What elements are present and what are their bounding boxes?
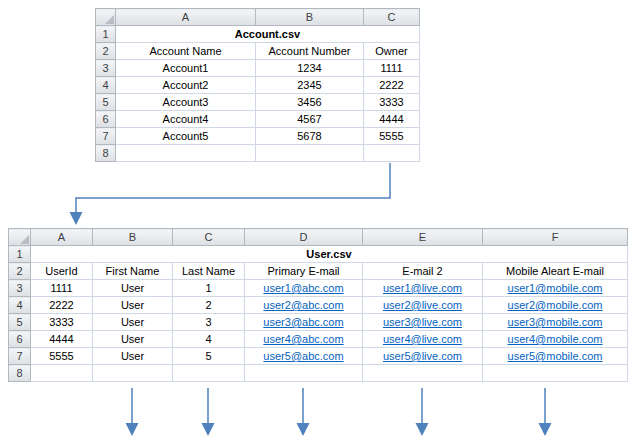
header-cell-B2[interactable]: Account Number	[256, 43, 364, 60]
cell-E4[interactable]: user2@live.com	[363, 297, 483, 314]
row-header-5[interactable]: 5	[9, 314, 31, 331]
sheet-title-cell[interactable]: User.csv	[31, 246, 628, 263]
cell-E3[interactable]: user1@live.com	[363, 280, 483, 297]
cell-F5[interactable]: user3@mobile.com	[483, 314, 628, 331]
cell-C3[interactable]: 1111	[364, 60, 420, 77]
email-link[interactable]: user4@mobile.com	[508, 333, 603, 345]
email-link[interactable]: user5@mobile.com	[508, 350, 603, 362]
cell-A5[interactable]: 3333	[31, 314, 93, 331]
cell-D5[interactable]: user3@abc.com	[245, 314, 363, 331]
column-header-A[interactable]: A	[116, 9, 256, 26]
row-header-6[interactable]: 6	[96, 111, 116, 128]
row-header-4[interactable]: 4	[9, 297, 31, 314]
email-link[interactable]: user1@mobile.com	[508, 282, 603, 294]
column-header-B[interactable]: B	[93, 229, 173, 246]
email-link[interactable]: user5@abc.com	[263, 350, 343, 362]
header-cell-D2[interactable]: Primary E-mail	[245, 263, 363, 280]
column-header-C[interactable]: C	[364, 9, 420, 26]
row-header-1[interactable]: 1	[96, 26, 116, 43]
cell-A8-empty[interactable]	[31, 365, 93, 382]
cell-C7[interactable]: 5555	[364, 128, 420, 145]
email-link[interactable]: user2@mobile.com	[508, 299, 603, 311]
email-link[interactable]: user4@abc.com	[263, 333, 343, 345]
cell-F6[interactable]: user4@mobile.com	[483, 331, 628, 348]
cell-C5[interactable]: 3	[173, 314, 245, 331]
header-cell-B2[interactable]: First Name	[93, 263, 173, 280]
email-link[interactable]: user3@mobile.com	[508, 316, 603, 328]
cell-A4[interactable]: 2222	[31, 297, 93, 314]
select-all-corner[interactable]	[9, 229, 31, 246]
column-header-B[interactable]: B	[256, 9, 364, 26]
cell-F8-empty[interactable]	[483, 365, 628, 382]
row-header-2[interactable]: 2	[9, 263, 31, 280]
cell-F7[interactable]: user5@mobile.com	[483, 348, 628, 365]
cell-D3[interactable]: user1@abc.com	[245, 280, 363, 297]
header-cell-F2[interactable]: Mobile Aleart E-mail	[483, 263, 628, 280]
email-link[interactable]: user3@abc.com	[263, 316, 343, 328]
cell-E5[interactable]: user3@live.com	[363, 314, 483, 331]
cell-A3[interactable]: 1111	[31, 280, 93, 297]
cell-B6[interactable]: 4567	[256, 111, 364, 128]
cell-B4[interactable]: User	[93, 297, 173, 314]
column-header-A[interactable]: A	[31, 229, 93, 246]
cell-C4[interactable]: 2	[173, 297, 245, 314]
cell-C3[interactable]: 1	[173, 280, 245, 297]
cell-A7[interactable]: Account5	[116, 128, 256, 145]
cell-F3[interactable]: user1@mobile.com	[483, 280, 628, 297]
cell-B5[interactable]: User	[93, 314, 173, 331]
email-link[interactable]: user4@live.com	[383, 333, 462, 345]
row-header-4[interactable]: 4	[96, 77, 116, 94]
cell-C6[interactable]: 4	[173, 331, 245, 348]
column-header-E[interactable]: E	[363, 229, 483, 246]
cell-A5[interactable]: Account3	[116, 94, 256, 111]
select-all-corner[interactable]	[96, 9, 116, 26]
cell-B7[interactable]: 5678	[256, 128, 364, 145]
row-header-1[interactable]: 1	[9, 246, 31, 263]
email-link[interactable]: user3@live.com	[383, 316, 462, 328]
email-link[interactable]: user5@live.com	[383, 350, 462, 362]
cell-C6[interactable]: 4444	[364, 111, 420, 128]
sheet-title-cell[interactable]: Account.csv	[116, 26, 420, 43]
row-header-3[interactable]: 3	[9, 280, 31, 297]
cell-D7[interactable]: user5@abc.com	[245, 348, 363, 365]
cell-C8-empty[interactable]	[364, 145, 420, 162]
row-header-2[interactable]: 2	[96, 43, 116, 60]
row-header-8[interactable]: 8	[96, 145, 116, 162]
cell-D6[interactable]: user4@abc.com	[245, 331, 363, 348]
header-cell-C2[interactable]: Owner	[364, 43, 420, 60]
row-header-8[interactable]: 8	[9, 365, 31, 382]
cell-B4[interactable]: 2345	[256, 77, 364, 94]
cell-C5[interactable]: 3333	[364, 94, 420, 111]
column-header-F[interactable]: F	[483, 229, 628, 246]
cell-C8-empty[interactable]	[173, 365, 245, 382]
cell-B8-empty[interactable]	[256, 145, 364, 162]
email-link[interactable]: user1@live.com	[383, 282, 462, 294]
cell-B6[interactable]: User	[93, 331, 173, 348]
cell-F4[interactable]: user2@mobile.com	[483, 297, 628, 314]
cell-D4[interactable]: user2@abc.com	[245, 297, 363, 314]
cell-A6[interactable]: Account4	[116, 111, 256, 128]
row-header-7[interactable]: 7	[9, 348, 31, 365]
cell-A7[interactable]: 5555	[31, 348, 93, 365]
cell-E6[interactable]: user4@live.com	[363, 331, 483, 348]
cell-B7[interactable]: User	[93, 348, 173, 365]
row-header-7[interactable]: 7	[96, 128, 116, 145]
email-link[interactable]: user1@abc.com	[263, 282, 343, 294]
column-header-D[interactable]: D	[245, 229, 363, 246]
cell-B3[interactable]: User	[93, 280, 173, 297]
header-cell-E2[interactable]: E-mail 2	[363, 263, 483, 280]
row-header-5[interactable]: 5	[96, 94, 116, 111]
cell-B8-empty[interactable]	[93, 365, 173, 382]
cell-B3[interactable]: 1234	[256, 60, 364, 77]
email-link[interactable]: user2@live.com	[383, 299, 462, 311]
row-header-6[interactable]: 6	[9, 331, 31, 348]
cell-E8-empty[interactable]	[363, 365, 483, 382]
header-cell-A2[interactable]: Account Name	[116, 43, 256, 60]
cell-A4[interactable]: Account2	[116, 77, 256, 94]
cell-A8-empty[interactable]	[116, 145, 256, 162]
cell-C4[interactable]: 2222	[364, 77, 420, 94]
cell-B5[interactable]: 3456	[256, 94, 364, 111]
header-cell-A2[interactable]: UserId	[31, 263, 93, 280]
cell-A6[interactable]: 4444	[31, 331, 93, 348]
cell-C7[interactable]: 5	[173, 348, 245, 365]
